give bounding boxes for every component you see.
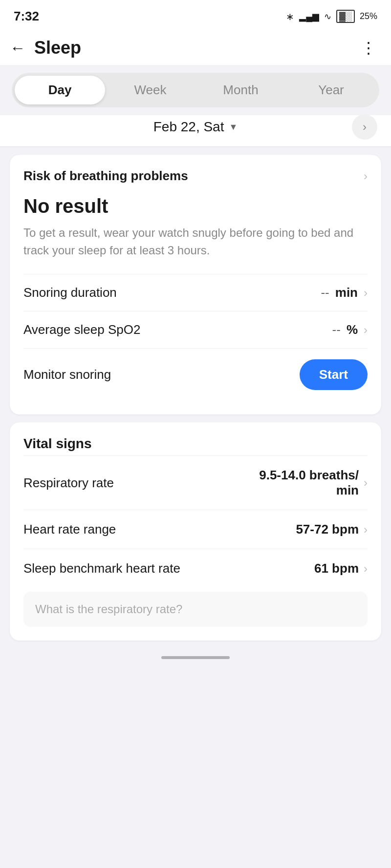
tab-bar: Day Week Month Year (12, 73, 379, 107)
respiratory-rate-row[interactable]: Respiratory rate 9.5-14.0 breaths/ min › (23, 455, 368, 510)
header: ← Sleep ⋮ (0, 29, 391, 65)
risk-card-title: Risk of breathing problems (23, 168, 188, 184)
date-next-button[interactable]: › (352, 114, 377, 140)
heart-rate-range-row[interactable]: Heart rate range 57-72 bpm › (23, 510, 368, 549)
more-options-button[interactable]: ⋮ (361, 39, 377, 57)
respiratory-rate-chevron: › (364, 476, 368, 490)
snoring-duration-value: -- min › (321, 285, 368, 300)
faq-box[interactable]: What is the respiratory rate? (23, 592, 368, 627)
benchmark-heart-rate-number: 61 bpm (314, 561, 359, 576)
spo2-chevron: › (364, 323, 368, 337)
status-bar: 7:32 ∗ ▂▄▆ ∿ ▓░ 25% (0, 0, 391, 29)
respiratory-rate-value: 9.5-14.0 breaths/ min › (259, 468, 368, 498)
vital-signs-card: Vital signs Respiratory rate 9.5-14.0 br… (10, 422, 381, 641)
date-text: Feb 22, Sat (153, 119, 224, 135)
home-bar (161, 656, 230, 659)
snoring-duration-label: Snoring duration (23, 285, 117, 300)
snoring-duration-number: -- (321, 285, 329, 300)
monitor-snoring-row: Monitor snoring Start (23, 348, 368, 401)
heart-rate-range-number: 57-72 bpm (296, 522, 359, 537)
respiratory-rate-number: 9.5-14.0 breaths/ min (259, 468, 359, 498)
snoring-duration-row[interactable]: Snoring duration -- min › (23, 274, 368, 311)
bluetooth-icon: ∗ (286, 11, 294, 22)
chevron-right-icon: › (363, 120, 367, 134)
status-icons: ∗ ▂▄▆ ∿ ▓░ 25% (286, 10, 377, 23)
risk-card-chevron: › (364, 169, 368, 183)
spo2-row[interactable]: Average sleep SpO2 -- % › (23, 311, 368, 348)
no-result-title: No result (23, 195, 368, 217)
benchmark-heart-rate-chevron: › (364, 562, 368, 576)
battery-icon: ▓░ (336, 10, 355, 23)
header-left: ← Sleep (10, 38, 81, 58)
benchmark-heart-rate-value: 61 bpm › (314, 561, 368, 576)
tab-month[interactable]: Month (196, 76, 286, 104)
snoring-chevron: › (364, 286, 368, 300)
date-label[interactable]: Feb 22, Sat ▼ (153, 119, 238, 135)
heart-rate-range-label: Heart rate range (23, 522, 116, 537)
date-navigator: Feb 22, Sat ▼ › (0, 115, 391, 146)
spo2-number: -- (332, 322, 341, 337)
faq-text: What is the respiratory rate? (35, 602, 182, 616)
date-dropdown-icon: ▼ (229, 122, 238, 132)
section-divider (0, 146, 391, 147)
tab-day[interactable]: Day (15, 76, 105, 104)
start-button[interactable]: Start (300, 359, 368, 390)
bottom-indicator (0, 648, 391, 667)
monitor-snoring-label: Monitor snoring (23, 367, 111, 382)
vital-signs-title: Vital signs (23, 436, 368, 452)
spo2-unit: % (347, 322, 358, 337)
status-time: 7:32 (14, 9, 39, 24)
wifi-icon: ∿ (324, 11, 331, 22)
no-result-description: To get a result, wear your watch snugly … (23, 224, 368, 259)
snoring-duration-unit: min (335, 285, 358, 300)
heart-rate-range-value: 57-72 bpm › (296, 522, 368, 537)
heart-rate-range-chevron: › (364, 523, 368, 537)
benchmark-heart-rate-row[interactable]: Sleep benchmark heart rate 61 bpm › (23, 549, 368, 588)
page-title: Sleep (34, 38, 81, 58)
respiratory-rate-label: Respiratory rate (23, 475, 114, 491)
back-button[interactable]: ← (10, 40, 25, 56)
spo2-value: -- % › (332, 322, 368, 337)
spo2-label: Average sleep SpO2 (23, 322, 140, 337)
risk-card-header[interactable]: Risk of breathing problems › (23, 168, 368, 184)
signal-icon: ▂▄▆ (299, 11, 319, 22)
benchmark-heart-rate-label: Sleep benchmark heart rate (23, 561, 180, 576)
risk-card: Risk of breathing problems › No result T… (10, 155, 381, 414)
battery-percent: 25% (360, 11, 377, 21)
tab-week[interactable]: Week (105, 76, 196, 104)
tab-year[interactable]: Year (286, 76, 376, 104)
